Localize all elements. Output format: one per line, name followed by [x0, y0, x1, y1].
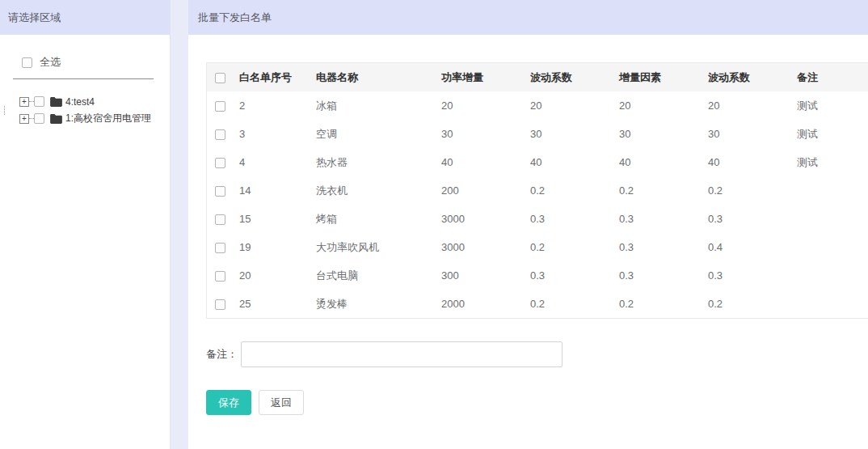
- folder-icon: [50, 114, 62, 124]
- row-checkbox-cell: [207, 205, 233, 233]
- region-sidebar: 请选择区域 全选 + 4:test4 + 1:高校宿舍用电管理: [0, 0, 171, 449]
- cell-seq: 15: [233, 205, 310, 233]
- cell-name: 洗衣机: [310, 176, 435, 205]
- row-checkbox-cell: [207, 176, 233, 205]
- cell-power_delta: 20: [435, 91, 524, 120]
- cell-name: 台式电脑: [310, 261, 435, 290]
- cell-power_delta: 30: [435, 120, 524, 148]
- cell-remark: 测试: [790, 148, 868, 176]
- expand-plus-icon[interactable]: +: [19, 97, 29, 107]
- cell-remark: [790, 290, 868, 318]
- tree-node-checkbox[interactable]: [34, 96, 44, 107]
- cell-wave1: 0.3: [524, 261, 613, 290]
- row-checkbox-cell: [207, 233, 233, 261]
- cell-name: 烤箱: [310, 205, 435, 233]
- header-select-all-checkbox[interactable]: [215, 73, 225, 83]
- save-button[interactable]: 保存: [206, 390, 251, 415]
- row-checkbox-cell: [207, 290, 233, 318]
- back-button[interactable]: 返回: [259, 390, 304, 415]
- cell-remark: [790, 176, 868, 205]
- page-title: 批量下发白名单: [188, 0, 868, 35]
- cell-inc_factor: 0.3: [613, 261, 702, 290]
- remark-label: 备注：: [206, 347, 238, 362]
- cell-seq: 14: [233, 176, 310, 205]
- row-checkbox[interactable]: [215, 299, 225, 310]
- row-checkbox[interactable]: [215, 271, 225, 282]
- row-checkbox[interactable]: [215, 101, 225, 112]
- table-header-row: 白名单序号 电器名称 功率增量 波动系数 增量因素 波动系数 备注: [207, 63, 868, 91]
- tree-node-dorm-power[interactable]: + 1:高校宿舍用电管理: [19, 110, 170, 127]
- cell-wave1: 30: [524, 120, 613, 148]
- cell-name: 大功率吹风机: [310, 233, 435, 261]
- row-checkbox[interactable]: [215, 158, 225, 168]
- region-tree: + 4:test4 + 1:高校宿舍用电管理: [0, 93, 170, 127]
- cell-name: 烫发棒: [310, 290, 435, 318]
- col-header-inc-factor: 增量因素: [613, 63, 702, 91]
- select-all-row: 全选: [22, 55, 170, 70]
- cell-remark: [790, 205, 868, 233]
- tree-node-test4[interactable]: + 4:test4: [19, 93, 170, 110]
- cell-wave1: 0.3: [524, 205, 613, 233]
- col-header-power-delta: 功率增量: [435, 63, 524, 91]
- cell-power_delta: 2000: [435, 290, 524, 318]
- col-header-wave2: 波动系数: [702, 63, 790, 91]
- cell-inc_factor: 0.3: [613, 205, 702, 233]
- row-checkbox[interactable]: [215, 214, 225, 225]
- cell-wave2: 0.3: [702, 205, 790, 233]
- tree-connector-line: [4, 106, 5, 115]
- row-checkbox-cell: [207, 148, 233, 176]
- main-content: 白名单序号 电器名称 功率增量 波动系数 增量因素 波动系数 备注 2冰箱202…: [188, 35, 868, 415]
- cell-power_delta: 200: [435, 176, 524, 205]
- expand-plus-icon[interactable]: +: [19, 114, 29, 124]
- cell-wave2: 30: [702, 120, 790, 148]
- cell-inc_factor: 0.3: [613, 233, 702, 261]
- col-header-name: 电器名称: [310, 63, 435, 91]
- cell-remark: 测试: [790, 91, 868, 120]
- cell-power_delta: 3000: [435, 205, 524, 233]
- table-row: 25烫发棒20000.20.20.2: [207, 290, 868, 318]
- row-checkbox-cell: [207, 120, 233, 148]
- table-row: 4热水器40404040测试: [207, 148, 868, 176]
- cell-power_delta: 300: [435, 261, 524, 290]
- cell-wave2: 40: [702, 148, 790, 176]
- cell-wave2: 0.2: [702, 176, 790, 205]
- row-checkbox-cell: [207, 261, 233, 290]
- row-checkbox[interactable]: [215, 129, 225, 140]
- sidebar-divider: [13, 78, 154, 79]
- col-header-wave1: 波动系数: [524, 63, 613, 91]
- cell-inc_factor: 30: [613, 120, 702, 148]
- cell-power_delta: 3000: [435, 233, 524, 261]
- cell-inc_factor: 0.2: [613, 290, 702, 318]
- cell-remark: [790, 233, 868, 261]
- cell-wave2: 0.4: [702, 233, 790, 261]
- cell-seq: 20: [233, 261, 310, 290]
- cell-wave2: 0.3: [702, 261, 790, 290]
- row-checkbox-cell: [207, 91, 233, 120]
- table-row: 14洗衣机2000.20.20.2: [207, 176, 868, 205]
- cell-wave1: 20: [524, 91, 613, 120]
- row-checkbox[interactable]: [215, 243, 225, 253]
- cell-name: 冰箱: [310, 91, 435, 120]
- tree-node-label[interactable]: 4:test4: [65, 96, 95, 108]
- cell-inc_factor: 40: [613, 148, 702, 176]
- sidebar-title: 请选择区域: [0, 0, 170, 35]
- row-checkbox[interactable]: [215, 186, 225, 197]
- whitelist-panel: 批量下发白名单 白名单序号 电器名称 功率增量: [188, 0, 868, 449]
- cell-inc_factor: 20: [613, 91, 702, 120]
- cell-seq: 4: [233, 148, 310, 176]
- table-row: 20台式电脑3000.30.30.3: [207, 261, 868, 290]
- tree-node-checkbox[interactable]: [34, 113, 44, 124]
- cell-wave1: 40: [524, 148, 613, 176]
- cell-remark: [790, 261, 868, 290]
- remark-input[interactable]: [241, 341, 563, 367]
- cell-inc_factor: 0.2: [613, 176, 702, 205]
- cell-power_delta: 40: [435, 148, 524, 176]
- select-all-checkbox[interactable]: [22, 57, 32, 68]
- col-header-remark: 备注: [790, 63, 868, 91]
- table-row: 3空调30303030测试: [207, 120, 868, 148]
- cell-name: 热水器: [310, 148, 435, 176]
- table-row: 15烤箱30000.30.30.3: [207, 205, 868, 233]
- cell-wave1: 0.2: [524, 176, 613, 205]
- col-header-seq: 白名单序号: [233, 63, 310, 91]
- tree-node-label[interactable]: 1:高校宿舍用电管理: [65, 112, 151, 125]
